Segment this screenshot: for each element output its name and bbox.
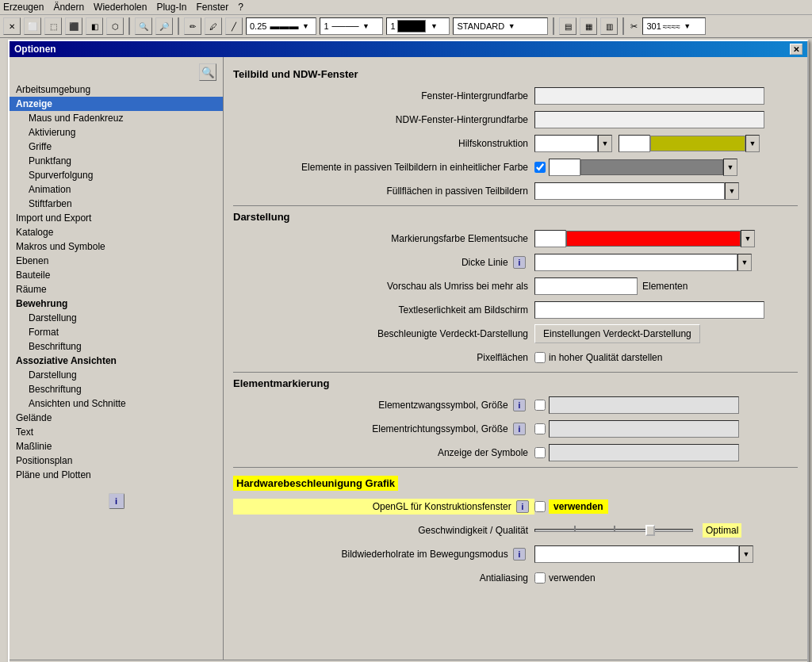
toolbar-separator-2	[178, 17, 179, 35]
toolbar-line[interactable]: ╱	[225, 17, 243, 35]
toolbar-layer1[interactable]: ▤	[559, 17, 576, 35]
menu-aendern[interactable]: Ändern	[53, 2, 84, 13]
color-number-display: 1 ▼	[386, 17, 450, 35]
toolbar-separator-3	[553, 17, 554, 35]
color-dropdown[interactable]: ▼	[427, 17, 442, 35]
toolbar: ✕ ⬜ ⬚ ⬛ ◧ ⬡ 🔍 🔎 ✏ 🖊 ╱ 0.25 ▬▬▬ ▼ 1 ──── …	[0, 15, 812, 38]
standard-dropdown[interactable]: ▼	[504, 17, 519, 35]
toolbar-separator-1	[128, 17, 130, 35]
menu-plugin[interactable]: Plug-In	[156, 2, 186, 13]
toolbar-btn-3[interactable]: ⬛	[65, 17, 82, 35]
toolbar-magnify[interactable]: 🔍	[135, 17, 152, 35]
number-display: 301 ≈≈≈≈ ▼	[642, 17, 706, 35]
toolbar-search[interactable]: 🔎	[155, 17, 173, 35]
line-style-display: 1 ──── ▼	[320, 17, 383, 35]
menu-wiederholen[interactable]: Wiederholen	[94, 2, 147, 13]
toolbar-pen[interactable]: 🖊	[205, 17, 222, 35]
line-style-dropdown[interactable]: ▼	[359, 17, 373, 35]
toolbar-btn-2[interactable]: ⬚	[44, 17, 62, 35]
toolbar-layer3[interactable]: ▥	[600, 17, 618, 35]
toolbar-btn-1[interactable]: ⬜	[24, 17, 41, 35]
toolbar-btn-5[interactable]: ⬡	[106, 17, 124, 35]
line-width-display: 0.25 ▬▬▬ ▼	[246, 17, 316, 35]
toolbar-layer2[interactable]: ▦	[580, 17, 597, 35]
toolbar-close-btn[interactable]: ✕	[3, 17, 21, 35]
number-dropdown[interactable]: ▼	[680, 17, 695, 35]
menu-erzeugen[interactable]: Erzeugen	[3, 2, 44, 13]
standard-display: STANDARD ▼	[453, 17, 548, 35]
toolbar-btn-4[interactable]: ◧	[86, 17, 103, 35]
toolbar-separator-4	[622, 17, 624, 35]
toolbar-pencil[interactable]: ✏	[184, 17, 201, 35]
menu-bar: Erzeugen Ändern Wiederholen Plug-In Fens…	[0, 0, 812, 15]
toolbar-scissors: ✂	[630, 21, 638, 32]
menu-help[interactable]: ?	[238, 2, 243, 13]
menu-fenster[interactable]: Fenster	[196, 2, 228, 13]
line-width-dropdown[interactable]: ▼	[298, 17, 312, 35]
color-swatch	[397, 20, 426, 33]
